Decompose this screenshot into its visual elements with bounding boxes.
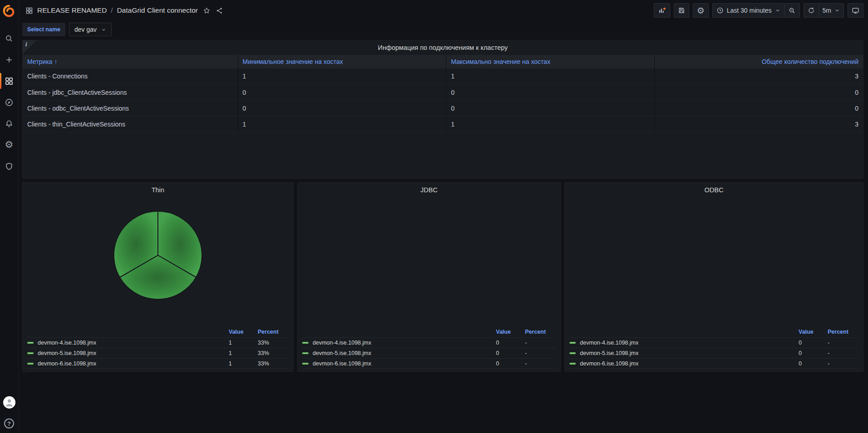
legend-row: devmon-4.ise.1098.jmx0- xyxy=(302,337,555,348)
cycle-view-button[interactable] xyxy=(848,3,863,18)
table-cell: 3 xyxy=(655,68,863,84)
legend-value: 0 xyxy=(496,350,525,356)
legend-value: 1 xyxy=(229,350,258,356)
column-header[interactable]: Минимальное значение на хостах xyxy=(238,55,446,68)
column-header[interactable]: Метрика↑ xyxy=(23,55,238,68)
legend-series-name[interactable]: devmon-4.ise.1098.jmx xyxy=(27,340,229,346)
series-color-marker-icon[interactable] xyxy=(302,363,309,365)
breadcrumb-dashboard-title[interactable]: DataGrid Client connector xyxy=(117,6,198,15)
series-color-marker-icon[interactable] xyxy=(302,352,309,354)
table-cell: 0 xyxy=(446,100,654,116)
legend-header-percent[interactable]: Percent xyxy=(258,329,288,335)
panel-title[interactable]: ODBC xyxy=(565,183,863,197)
table-cell: 3 xyxy=(655,116,863,132)
sidebar: ⚙ ? xyxy=(0,0,19,433)
share-icon[interactable] xyxy=(216,7,223,15)
series-color-marker-icon[interactable] xyxy=(27,363,34,365)
pie-panel-thin: ThinValuePercentdevmon-4.ise.1098.jmx133… xyxy=(22,182,294,372)
panel-title[interactable]: Thin xyxy=(23,183,293,197)
legend-series-name[interactable]: devmon-5.ise.1098.jmx xyxy=(27,350,229,356)
variable-selected-value: dev gav xyxy=(74,26,97,33)
table-row: Clients - odbc_ClientActiveSessions000 xyxy=(23,100,863,116)
series-color-marker-icon[interactable] xyxy=(27,352,34,354)
pie-chart xyxy=(112,209,204,302)
legend-header-value[interactable]: Value xyxy=(496,329,525,335)
sidebar-item-admin[interactable] xyxy=(0,156,18,177)
legend-row: devmon-6.ise.1098.jmx133% xyxy=(27,358,288,369)
metrics-table: Метрика↑Минимальное значение на хостахМа… xyxy=(23,55,863,132)
legend-header-value[interactable]: Value xyxy=(229,329,258,335)
legend-value: 0 xyxy=(799,340,828,346)
legend-row: devmon-4.ise.1098.jmx0- xyxy=(569,337,858,348)
legend-percent: - xyxy=(828,350,858,356)
legend-series-name[interactable]: devmon-4.ise.1098.jmx xyxy=(302,340,496,346)
legend-series-name[interactable]: devmon-4.ise.1098.jmx xyxy=(569,340,799,346)
chevron-down-icon xyxy=(101,27,106,32)
table-cell: Clients - thin_ClientActiveSessions xyxy=(23,116,238,132)
legend-row: devmon-4.ise.1098.jmx133% xyxy=(27,337,288,348)
legend-series-name[interactable]: devmon-5.ise.1098.jmx xyxy=(302,350,496,356)
legend-percent: 33% xyxy=(258,360,288,367)
series-color-marker-icon[interactable] xyxy=(569,342,576,344)
legend-header-percent[interactable]: Percent xyxy=(828,329,858,335)
legend-value: 0 xyxy=(799,350,828,356)
column-header[interactable]: Максимально значение на хостах xyxy=(446,55,654,68)
save-dashboard-button[interactable] xyxy=(674,3,689,18)
legend-series-label: devmon-6.ise.1098.jmx xyxy=(38,360,96,367)
refresh-group: 5m xyxy=(804,3,844,18)
save-dashboard-icon xyxy=(678,7,685,14)
series-color-marker-icon[interactable] xyxy=(302,342,309,344)
legend-row: devmon-5.ise.1098.jmx0- xyxy=(569,348,858,358)
sidebar-item-alerting[interactable] xyxy=(0,113,18,134)
chevron-down-icon xyxy=(775,8,780,13)
zoom-out-button[interactable] xyxy=(785,3,800,18)
clock-icon xyxy=(716,7,724,14)
sidebar-item-search[interactable] xyxy=(0,28,18,49)
panel-info-corner[interactable] xyxy=(23,40,36,54)
dashboard-settings-button[interactable]: ⚙ xyxy=(693,3,709,18)
legend-header-value[interactable]: Value xyxy=(799,329,828,335)
legend-row: devmon-5.ise.1098.jmx133% xyxy=(27,348,288,358)
legend-header-percent[interactable]: Percent xyxy=(525,329,555,335)
panel-title[interactable]: Информация по подключениям к кластеру xyxy=(23,40,863,55)
refresh-button[interactable] xyxy=(804,3,819,18)
pie-panel-odbc: ODBCValuePercentdevmon-4.ise.1098.jmx0-d… xyxy=(564,182,863,372)
legend-series-name[interactable]: devmon-5.ise.1098.jmx xyxy=(569,350,799,356)
dashboards-icon xyxy=(5,77,14,86)
sidebar-item-configuration[interactable]: ⚙ xyxy=(0,134,18,156)
grafana-logo-icon[interactable] xyxy=(2,4,16,18)
legend-percent: - xyxy=(525,340,555,346)
table-row: Clients - thin_ClientActiveSessions113 xyxy=(23,116,863,132)
breadcrumb-separator: / xyxy=(111,6,113,15)
legend-series-name[interactable]: devmon-6.ise.1098.jmx xyxy=(569,360,799,367)
pie-legend: ValuePercentdevmon-4.ise.1098.jmx0-devmo… xyxy=(302,326,555,369)
breadcrumb-folder[interactable]: RELEASE RENAMED xyxy=(37,6,107,15)
help-icon[interactable]: ? xyxy=(4,418,14,428)
variable-label[interactable]: Select name xyxy=(22,23,65,36)
table-cell: 0 xyxy=(446,84,654,100)
plus-icon xyxy=(5,55,14,64)
sidebar-item-create[interactable] xyxy=(0,49,18,70)
legend-series-name[interactable]: devmon-6.ise.1098.jmx xyxy=(27,360,229,367)
add-panel-button[interactable] xyxy=(654,3,670,18)
table-cell: 0 xyxy=(655,84,863,100)
series-color-marker-icon[interactable] xyxy=(569,352,576,354)
info-icon: i xyxy=(25,41,27,48)
legend-row: devmon-6.ise.1098.jmx0- xyxy=(569,358,858,369)
series-color-marker-icon[interactable] xyxy=(27,342,34,344)
sidebar-item-dashboards[interactable] xyxy=(0,70,18,92)
refresh-interval-picker[interactable]: 5m xyxy=(819,3,844,18)
sidebar-item-explore[interactable] xyxy=(0,92,18,113)
user-avatar[interactable] xyxy=(3,396,15,409)
panel-title[interactable]: JDBC xyxy=(298,183,560,197)
star-icon[interactable] xyxy=(203,7,211,15)
series-color-marker-icon[interactable] xyxy=(569,363,576,365)
legend-series-name[interactable]: devmon-6.ise.1098.jmx xyxy=(302,360,496,367)
variable-value-dropdown[interactable]: dev gav xyxy=(69,23,112,36)
time-range-picker[interactable]: Last 30 minutes xyxy=(712,3,785,18)
legend-series-label: devmon-5.ise.1098.jmx xyxy=(580,350,638,356)
dashboard-navbar: RELEASE RENAMED / DataGrid Client connec… xyxy=(19,0,868,21)
compass-icon xyxy=(5,98,14,107)
breadcrumb: RELEASE RENAMED / DataGrid Client connec… xyxy=(25,6,223,15)
column-header[interactable]: Общее количество подключений xyxy=(655,55,863,68)
